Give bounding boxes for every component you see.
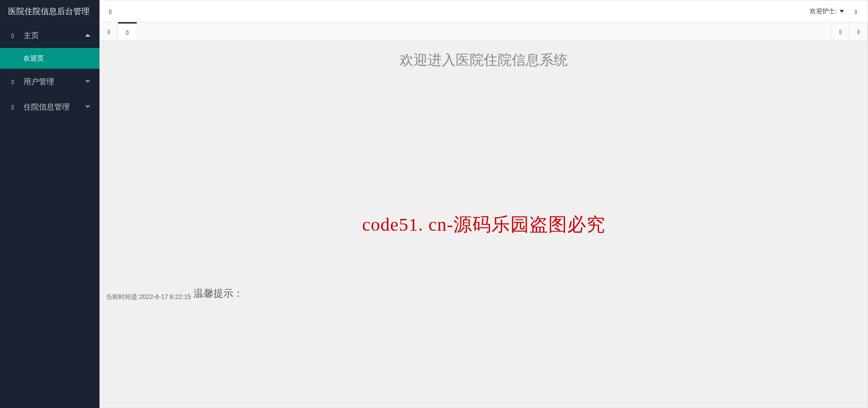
- warm-tip: 温馨提示：: [193, 287, 243, 300]
- tab-home-icon: ▯: [125, 28, 129, 36]
- tabbar: ▯ ▯ ▯ ▯: [100, 22, 868, 41]
- chevron-down-icon: [85, 105, 90, 108]
- collapse-sidebar-icon[interactable]: ▯: [106, 7, 114, 15]
- tab-scroll-left-icon[interactable]: ▯: [100, 22, 118, 40]
- time-prefix: 当前时间是:: [106, 293, 139, 300]
- chevron-up-icon: [85, 34, 90, 37]
- sidebar: 医院住院信息后台管理 ▯ 主页 欢迎页 ▯ 用户管理 ▯ 住院信息管理: [0, 0, 99, 408]
- user-dropdown[interactable]: 欢迎护士:: [810, 7, 844, 15]
- home-icon: ▯: [9, 32, 16, 39]
- menu-inpatient-mgmt[interactable]: ▯ 住院信息管理: [0, 94, 99, 119]
- menu-home[interactable]: ▯ 主页: [0, 23, 99, 48]
- menu-home-label: 主页: [24, 30, 39, 41]
- menu-user-mgmt-label: 用户管理: [24, 76, 54, 87]
- watermark-text: code51. cn-源码乐园盗图必究: [362, 212, 605, 237]
- tab-dropdown-icon[interactable]: ▯: [849, 22, 868, 40]
- settings-icon[interactable]: ▯: [854, 8, 861, 15]
- topbar-right: 欢迎护士: ▯: [810, 7, 861, 15]
- app-title: 医院住院信息后台管理: [0, 0, 99, 23]
- chevron-down-icon: [85, 80, 90, 83]
- submenu-welcome[interactable]: 欢迎页: [0, 48, 99, 69]
- user-label: 欢迎护士:: [810, 7, 837, 15]
- tab-scroll-right-icon[interactable]: ▯: [831, 22, 849, 40]
- tab-home[interactable]: ▯: [118, 22, 137, 40]
- menu-inpatient-mgmt-label: 住院信息管理: [24, 102, 70, 112]
- welcome-title: 欢迎进入医院住院信息系统: [100, 41, 868, 70]
- app-title-text: 医院住院信息后台管理: [8, 6, 90, 17]
- submenu-welcome-label: 欢迎页: [24, 54, 44, 63]
- bottom-info: 当前时间是:2022-6-17 8:22:15 温馨提示：: [106, 287, 243, 301]
- topbar: ▯ 欢迎护士: ▯: [100, 0, 868, 22]
- main: ▯ 欢迎护士: ▯ ▯ ▯ ▯ ▯ 欢迎进入医院住院信息系统 code51. c…: [99, 0, 868, 408]
- current-time: 当前时间是:2022-6-17 8:22:15: [106, 293, 191, 301]
- inpatient-icon: ▯: [9, 103, 16, 110]
- user-icon: ▯: [9, 78, 16, 85]
- menu-user-mgmt[interactable]: ▯ 用户管理: [0, 69, 99, 94]
- content-area: 欢迎进入医院住院信息系统 code51. cn-源码乐园盗图必究 当前时间是:2…: [100, 41, 868, 408]
- time-value: 2022-6-17 8:22:15: [139, 293, 191, 300]
- dropdown-caret-icon: [840, 10, 844, 13]
